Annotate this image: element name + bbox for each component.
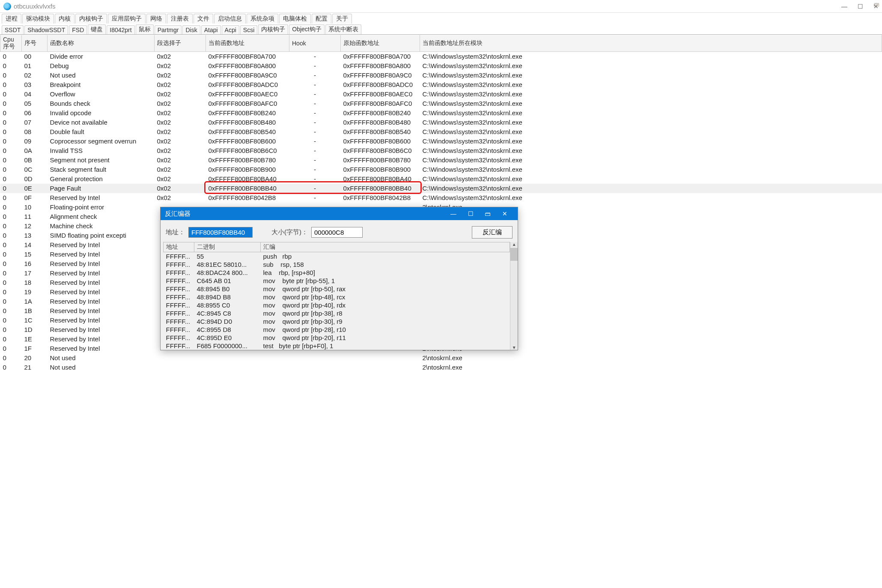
table-row[interactable]: 008Double fault0x020xFFFFF800BF80B540-0x… <box>0 127 882 137</box>
disasm-row[interactable]: FFFFF...55push rbp <box>164 252 510 261</box>
tab-item-5[interactable]: 鼠标 <box>136 24 154 34</box>
table-row[interactable]: 007Device not available0x020xFFFFF800BF8… <box>0 118 882 127</box>
cell: 0xFFFFF800BF80B480 <box>206 118 289 127</box>
window-minimize-button[interactable]: — <box>841 3 847 10</box>
size-input[interactable] <box>311 227 363 238</box>
table-row[interactable]: 00CStack segment fault0x020xFFFFF800BF80… <box>0 165 882 174</box>
table-row[interactable]: 00BSegment not present0x020xFFFFF800BF80… <box>0 155 882 165</box>
scroll-thumb[interactable] <box>510 248 518 261</box>
tab-item-8[interactable]: Atapi <box>201 25 221 34</box>
cell: 0xFFFFF800BF80ADC0 <box>341 80 420 90</box>
table-row[interactable]: 006Invalid opcode0x020xFFFFF800BF80B240-… <box>0 108 882 118</box>
menu-item-1[interactable]: 驱动模块 <box>22 14 54 24</box>
disasm-row[interactable]: FFFFF...4C:8945 C8mov qword ptr [rbp-38]… <box>164 309 510 317</box>
tab-item-0[interactable]: SSDT <box>2 25 24 34</box>
disasm-column-header[interactable]: 二进制 <box>194 242 261 252</box>
tab-item-9[interactable]: Acpi <box>222 25 239 34</box>
dialog-close-button[interactable]: ✕ <box>496 210 513 217</box>
disasm-row[interactable]: FFFFF...48:8DAC24 800...lea rbp, [rsp+80… <box>164 269 510 277</box>
dialog-minimize-button[interactable]: — <box>445 210 462 217</box>
scroll-down-arrow-icon[interactable]: ▼ <box>510 345 518 350</box>
table-row[interactable]: 002Not used0x020xFFFFF800BF80A9C0-0xFFFF… <box>0 71 882 80</box>
menu-item-3[interactable]: 内核钩子 <box>75 14 107 24</box>
menu-item-12[interactable]: 关于 <box>332 14 352 24</box>
tab-item-12[interactable]: Object钩子 <box>289 24 324 34</box>
dialog-maximize-button[interactable]: ☐ <box>462 210 479 217</box>
cell <box>206 353 289 363</box>
disasm-row[interactable]: FFFFF...48:81EC 58010...sub rsp, 158 <box>164 260 510 269</box>
disassemble-button[interactable]: 反汇编 <box>472 226 513 239</box>
table-row[interactable]: 00DGeneral protection0x020xFFFFF800BF80B… <box>0 174 882 184</box>
cell: - <box>289 90 341 99</box>
disasm-row[interactable]: FFFFF...4C:8955 D8mov qword ptr [rbp-28]… <box>164 325 510 334</box>
table-row[interactable]: 003Breakpoint0x020xFFFFF800BF80ADC0-0xFF… <box>0 80 882 90</box>
menu-item-9[interactable]: 系统杂项 <box>247 14 278 24</box>
cell: 0xFFFFF800BF80B600 <box>341 137 420 146</box>
menu-item-7[interactable]: 文件 <box>194 14 213 24</box>
table-row[interactable]: 00FReserved by Intel0x020xFFFFF800BF8042… <box>0 193 882 203</box>
tab-item-6[interactable]: Partmgr <box>155 25 182 34</box>
menu-item-10[interactable]: 电脑体检 <box>279 14 311 24</box>
cell: Segment not present <box>48 155 155 165</box>
menu-item-0[interactable]: 进程 <box>2 14 21 24</box>
tab-item-10[interactable]: Scsi <box>240 25 257 34</box>
disasm-column-header[interactable]: 地址 <box>164 242 194 252</box>
table-row[interactable]: 020Not used2\ntoskrnl.exe <box>0 353 882 363</box>
cell: 0 <box>0 212 22 221</box>
table-row[interactable]: 005Bounds check0x020xFFFFF800BF80AFC0-0x… <box>0 99 882 108</box>
tab-item-13[interactable]: 系统中断表 <box>325 24 361 34</box>
disasm-row[interactable]: FFFFF...4C:895D E0mov qword ptr [rbp-20]… <box>164 334 510 342</box>
cell: 19 <box>22 287 48 297</box>
cell: C:\Windows\system32\ntoskrnl.exe <box>420 193 882 203</box>
scroll-up-arrow-icon[interactable]: ▲ <box>510 242 518 247</box>
cell: 0 <box>0 118 22 127</box>
tab-item-1[interactable]: ShadowSSDT <box>24 25 68 34</box>
cell: Debug <box>48 61 155 71</box>
cell: Stack segment fault <box>48 165 155 174</box>
disasm-row[interactable]: FFFFF...F685 F0000000...test byte ptr [r… <box>164 342 510 350</box>
tab-item-11[interactable]: 内核钩子 <box>258 24 288 34</box>
cell: Device not available <box>48 118 155 127</box>
menu-item-11[interactable]: 配置 <box>312 14 331 24</box>
disasm-cell: FFFFF... <box>164 293 194 301</box>
table-row[interactable]: 00EPage Fault0x020xFFFFF800BF80BB40-0xFF… <box>0 184 882 193</box>
column-header[interactable]: Cpu序号 <box>0 35 22 52</box>
tab-item-4[interactable]: I8042prt <box>107 25 134 34</box>
tab-item-2[interactable]: FSD <box>69 25 87 34</box>
table-row[interactable]: 00AInvalid TSS0x020xFFFFF800BF80B6C0-0xF… <box>0 146 882 155</box>
menu-item-2[interactable]: 内核 <box>55 14 74 24</box>
table-row[interactable]: 004Overflow0x020xFFFFF800BF80AEC0-0xFFFF… <box>0 90 882 99</box>
window-maximize-button[interactable]: ☐ <box>858 3 863 10</box>
disasm-row[interactable]: FFFFF...48:894D B8mov qword ptr [rbp-48]… <box>164 293 510 301</box>
menu-item-8[interactable]: 启动信息 <box>214 14 246 24</box>
column-header[interactable]: 原始函数地址 <box>341 35 420 52</box>
column-header[interactable]: 段选择子 <box>155 35 206 52</box>
table-row[interactable]: 001Debug0x020xFFFFF800BF80A800-0xFFFFF80… <box>0 61 882 71</box>
menu-item-6[interactable]: 注册表 <box>167 14 193 24</box>
address-input[interactable] <box>188 227 253 238</box>
column-header[interactable]: Hook <box>289 35 341 52</box>
disassembly-scrollbar[interactable]: ▲ ▼ <box>510 242 518 350</box>
tabbar: SSDTShadowSSDTFSD键盘I8042prt鼠标PartmgrDisk… <box>0 24 882 35</box>
cell: 0x02 <box>155 71 206 80</box>
table-row[interactable]: 009Coprocessor segment overrun0x020xFFFF… <box>0 137 882 146</box>
table-row[interactable]: 000Divide error0x020xFFFFF800BF80A700-0x… <box>0 52 882 61</box>
cell: C:\Windows\system32\ntoskrnl.exe <box>420 127 882 137</box>
disasm-cell: 4C:8955 D8 <box>194 325 261 334</box>
disasm-row[interactable]: FFFFF...48:8955 C0mov qword ptr [rbp-40]… <box>164 301 510 309</box>
disasm-column-header[interactable]: 汇编 <box>261 242 510 252</box>
column-header[interactable]: 函数名称 <box>48 35 155 52</box>
column-header[interactable]: 当前函数地址 <box>206 35 289 52</box>
table-row[interactable]: 021Not used2\ntoskrnl.exe <box>0 363 882 372</box>
disasm-row[interactable]: FFFFF...4C:894D D0mov qword ptr [rbp-30]… <box>164 317 510 325</box>
column-header[interactable]: 序号 <box>22 35 48 52</box>
disasm-row[interactable]: FFFFF...C645 AB 01mov byte ptr [rbp-55],… <box>164 277 510 285</box>
cell: 0 <box>0 61 22 71</box>
menu-item-4[interactable]: 应用层钩子 <box>108 14 146 24</box>
menu-item-5[interactable]: 网络 <box>146 14 166 24</box>
tab-item-7[interactable]: Disk <box>182 25 200 34</box>
tab-item-3[interactable]: 键盘 <box>88 24 106 34</box>
disasm-row[interactable]: FFFFF...48:8945 B0mov qword ptr [rbp-50]… <box>164 285 510 293</box>
column-header[interactable]: 当前函数地址所在模块 <box>420 35 882 52</box>
cell: 0 <box>0 193 22 203</box>
